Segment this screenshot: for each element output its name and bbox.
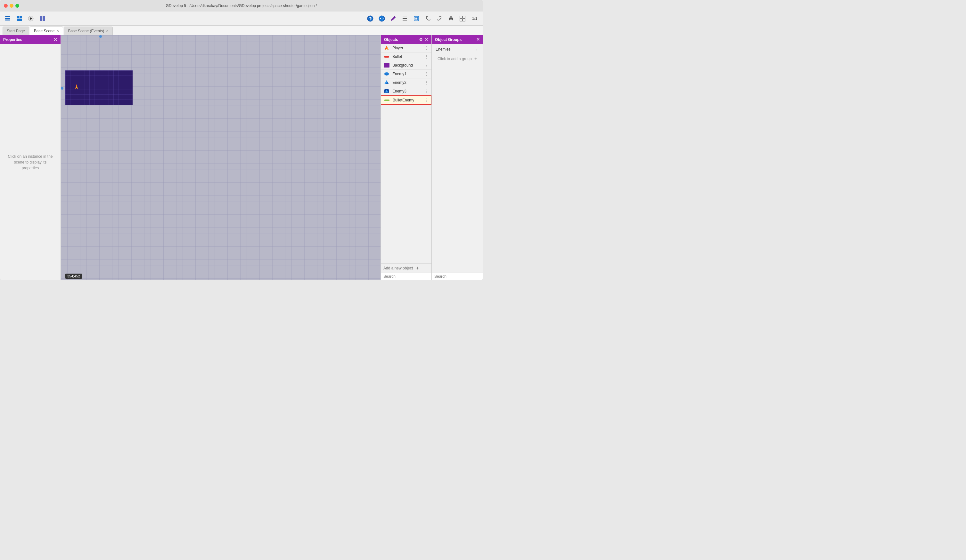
- object-name-enemy2: Enemy2: [393, 80, 422, 85]
- object-item-enemy2[interactable]: Enemy2 ⋮: [381, 79, 431, 87]
- tab-base-scene-close[interactable]: ✕: [56, 29, 59, 33]
- svg-rect-14: [402, 16, 407, 17]
- spaceship-instance[interactable]: [73, 84, 80, 90]
- object-item-bulletenemy[interactable]: BulletEnemy ⋮: [381, 95, 431, 105]
- tabs-bar: Start Page Base Scene ✕ Base Scene (Even…: [0, 26, 483, 35]
- objects-search-input[interactable]: [383, 274, 431, 279]
- print-btn[interactable]: [446, 13, 456, 24]
- objects-list: Player ⋮ Bullet ⋮ Background ⋮: [381, 44, 431, 264]
- svg-rect-0: [5, 16, 10, 17]
- object-item-enemy3[interactable]: Enemy3 ⋮: [381, 87, 431, 96]
- svg-rect-15: [402, 18, 407, 19]
- groups-panel-header: Object Groups ✕: [432, 35, 483, 44]
- tab-base-scene-events-close[interactable]: ✕: [106, 29, 108, 33]
- canvas-top-handle[interactable]: [99, 35, 102, 38]
- object-icon-enemy1: [383, 71, 390, 77]
- groups-search-bar: 🔍: [432, 273, 483, 280]
- objects-search-bar: 🔍: [381, 273, 431, 280]
- properties-panel-title: Properties: [3, 38, 22, 42]
- add-group-label: Click to add a group: [437, 57, 472, 61]
- list-btn[interactable]: [400, 13, 410, 24]
- objects-panel-title: Objects: [384, 38, 398, 42]
- titlebar: GDevelop 5 - /Users/dkarakay/Documents/G…: [0, 0, 483, 11]
- object-menu-player[interactable]: ⋮: [424, 46, 429, 51]
- groups-search-input[interactable]: [434, 274, 482, 279]
- object-menu-background[interactable]: ⋮: [424, 63, 429, 68]
- groups-list: Enemies ⋮ Click to add a group +: [432, 44, 483, 273]
- objects-filter-btn[interactable]: ⚙: [419, 37, 423, 42]
- object-icon-enemy3: [383, 88, 390, 94]
- object-menu-bulletenemy[interactable]: ⋮: [424, 98, 429, 103]
- undo-btn[interactable]: [423, 13, 433, 24]
- object-name-background: Background: [393, 63, 422, 67]
- tab-start-page[interactable]: Start Page: [3, 26, 29, 35]
- add-object-icon: +: [415, 265, 420, 271]
- project-manager-btn[interactable]: [3, 13, 13, 24]
- canvas-area[interactable]: 354;452: [61, 35, 381, 280]
- redo-btn[interactable]: [434, 13, 445, 24]
- object-menu-enemy3[interactable]: ⋮: [424, 88, 429, 94]
- toolbar: 1:1: [0, 11, 483, 26]
- object-name-enemy1: Enemy1: [393, 72, 422, 76]
- tab-start-page-label: Start Page: [7, 29, 25, 33]
- groups-panel: Object Groups ✕ Enemies ⋮ Click to add a…: [432, 35, 483, 280]
- svg-rect-1: [5, 18, 10, 19]
- group-name-enemies: Enemies: [435, 47, 451, 52]
- tab-base-scene[interactable]: Base Scene ✕: [30, 26, 63, 35]
- groups-panel-close[interactable]: ✕: [476, 37, 480, 42]
- svg-rect-16: [402, 20, 407, 20]
- tab-base-scene-label: Base Scene: [34, 29, 55, 33]
- object-menu-bullet[interactable]: ⋮: [424, 54, 429, 59]
- minimize-traffic-light[interactable]: [10, 4, 13, 8]
- properties-panel-content: Click on an instance in the scene to dis…: [0, 44, 61, 280]
- play-btn[interactable]: [26, 13, 36, 24]
- publish-btn[interactable]: [365, 13, 375, 24]
- object-name-player: Player: [393, 46, 422, 50]
- zoom-label: 1:1: [472, 16, 477, 20]
- add-group-btn[interactable]: Click to add a group +: [433, 54, 482, 64]
- scene-editor-btn[interactable]: [14, 13, 25, 24]
- preview-btn[interactable]: [377, 13, 387, 24]
- svg-rect-28: [76, 87, 77, 88]
- object-icon-background: [383, 63, 390, 68]
- objects-panel-header-icons: ⚙ ✕: [419, 37, 428, 42]
- group-menu-enemies[interactable]: ⋮: [475, 47, 479, 52]
- svg-point-13: [381, 18, 383, 20]
- properties-placeholder-text: Click on an instance in the scene to dis…: [7, 154, 54, 171]
- object-name-enemy3: Enemy3: [393, 89, 422, 93]
- tab-base-scene-events[interactable]: Base Scene (Events) ✕: [64, 26, 113, 35]
- object-item-enemy1[interactable]: Enemy1 ⋮: [381, 70, 431, 79]
- object-menu-enemy1[interactable]: ⋮: [424, 71, 429, 77]
- object-name-bullet: Bullet: [393, 54, 422, 59]
- maximize-traffic-light[interactable]: [15, 4, 19, 8]
- tab-base-scene-events-label: Base Scene (Events): [68, 29, 104, 33]
- svg-rect-23: [463, 16, 465, 18]
- object-icon-enemy2: [383, 80, 390, 85]
- properties-panel: Properties ✕ Click on an instance in the…: [0, 35, 61, 280]
- objects-panel: Objects ⚙ ✕ Player ⋮: [381, 35, 432, 280]
- close-traffic-light[interactable]: [4, 4, 8, 8]
- groups-panel-title: Object Groups: [435, 38, 462, 42]
- add-object-btn[interactable]: Add a new object +: [381, 264, 431, 273]
- object-item-player[interactable]: Player ⋮: [381, 44, 431, 52]
- object-menu-enemy2[interactable]: ⋮: [424, 80, 429, 85]
- svg-rect-2: [5, 20, 10, 20]
- object-item-bullet[interactable]: Bullet ⋮: [381, 52, 431, 61]
- layers-btn[interactable]: [411, 13, 422, 24]
- window-title: GDevelop 5 - /Users/dkarakay/Documents/G…: [166, 3, 317, 8]
- events-btn[interactable]: [37, 13, 48, 24]
- group-item-enemies[interactable]: Enemies ⋮: [433, 45, 482, 54]
- edit-btn[interactable]: [388, 13, 398, 24]
- zoom-btn[interactable]: 1:1: [469, 13, 480, 24]
- svg-rect-9: [43, 16, 45, 21]
- properties-panel-header: Properties ✕: [0, 35, 61, 44]
- object-item-background[interactable]: Background ⋮: [381, 61, 431, 70]
- svg-rect-21: [450, 20, 452, 21]
- objects-panel-close[interactable]: ✕: [425, 37, 428, 42]
- grid-btn[interactable]: [457, 13, 468, 24]
- object-icon-bulletenemy: [384, 98, 390, 103]
- canvas-game-area[interactable]: [65, 70, 133, 105]
- properties-panel-close[interactable]: ✕: [54, 37, 58, 42]
- canvas-coordinates: 354;452: [65, 273, 82, 279]
- canvas-left-handle[interactable]: [61, 87, 63, 90]
